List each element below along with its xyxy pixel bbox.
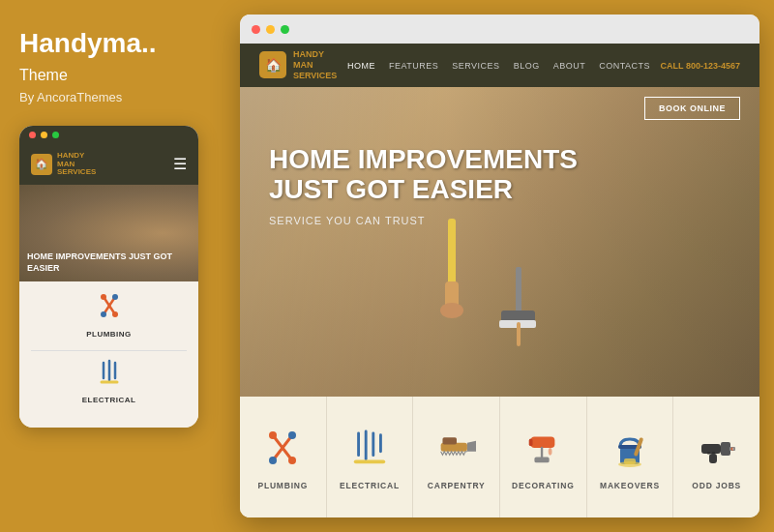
mobile-mockup: 🏠 HANDY MAN SERVICES ☰ HOME IMPROVEMENTS… xyxy=(19,126,198,428)
service-item-plumbing[interactable]: PLUMBING xyxy=(240,397,327,517)
carpentry-service-icon xyxy=(437,425,476,473)
mobile-service-plumbing-label: PLUMBING xyxy=(86,330,132,339)
mobile-top-bar xyxy=(19,126,198,144)
service-label-carpentry: CARPENTRY xyxy=(428,481,486,490)
mobile-logo: 🏠 HANDY MAN SERVICES xyxy=(31,152,96,177)
nav-link-services[interactable]: SERVICES xyxy=(452,61,499,71)
browser-nav: 🏠 HANDY MAN SERVICES HOME FEATURES SERVI… xyxy=(240,44,759,87)
browser-top-bar xyxy=(240,15,759,44)
decorating-service-icon xyxy=(523,425,562,473)
svg-rect-30 xyxy=(442,437,457,444)
nav-logo-text: HANDY MAN SERVICES xyxy=(293,49,337,80)
mobile-divider xyxy=(31,350,187,351)
mobile-hero-text: HOME IMPROVEMENTS JUST GOT EASIER xyxy=(27,251,191,274)
plumbing-service-icon xyxy=(263,425,302,473)
browser-dot-yellow xyxy=(266,25,275,34)
odd-jobs-service-icon xyxy=(698,425,736,473)
browser-dot-red xyxy=(252,25,260,34)
hero-title: HOME IMPROVEMENTS JUST GOT EASIER xyxy=(269,145,730,205)
browser-dot-green xyxy=(281,25,289,34)
svg-rect-48 xyxy=(709,454,717,463)
svg-rect-41 xyxy=(701,444,721,454)
electrical-icon xyxy=(99,359,120,392)
service-item-decorating[interactable]: DECORATING xyxy=(500,397,587,517)
browser-mockup: 🏠 HANDY MAN SERVICES HOME FEATURES SERVI… xyxy=(240,15,759,517)
plumbing-icon xyxy=(96,293,123,326)
nav-logo: 🏠 HANDY MAN SERVICES xyxy=(259,49,337,80)
service-item-odd-jobs[interactable]: ODD JOBS xyxy=(673,397,759,517)
nav-links: HOME FEATURES SERVICES BLOG ABOUT CONTAC… xyxy=(347,61,650,71)
svg-point-20 xyxy=(288,431,296,439)
svg-rect-32 xyxy=(529,438,533,446)
theme-subtitle: Theme xyxy=(19,67,213,84)
svg-point-5 xyxy=(112,311,118,317)
service-item-electrical[interactable]: ELECTRICAL xyxy=(327,397,414,517)
theme-title: Handyma.. xyxy=(19,29,213,59)
service-label-makeovers: MAKEOVERS xyxy=(600,481,660,490)
service-item-carpentry[interactable]: CARPENTRY xyxy=(413,397,500,517)
nav-link-contacts[interactable]: CONTACTS xyxy=(599,61,650,71)
svg-point-2 xyxy=(101,294,106,300)
service-label-electrical: ELECTRICAL xyxy=(340,481,400,490)
nav-link-about[interactable]: ABOUT xyxy=(553,61,586,71)
mobile-service-electrical-label: ELECTRICAL xyxy=(82,396,136,404)
services-bar: PLUMBING ELECTRICAL xyxy=(240,397,759,517)
mobile-dot-red xyxy=(29,132,36,138)
svg-point-21 xyxy=(269,457,277,464)
nav-logo-icon: 🏠 xyxy=(259,51,286,78)
svg-marker-29 xyxy=(467,440,476,451)
service-item-makeovers[interactable]: MAKEOVERS xyxy=(587,397,674,517)
service-label-plumbing: PLUMBING xyxy=(257,481,308,490)
mobile-service-electrical[interactable]: ELECTRICAL xyxy=(31,359,187,404)
left-panel: Handyma.. Theme By AncoraThemes 🏠 HANDY … xyxy=(0,0,232,532)
mobile-logo-text: HANDY MAN SERVICES xyxy=(57,152,96,177)
nav-link-home[interactable]: HOME xyxy=(347,61,375,71)
svg-rect-16 xyxy=(517,322,521,346)
mobile-dot-yellow xyxy=(41,132,47,138)
hero-subtitle: SERVICE YOU CAN TRUST xyxy=(269,215,730,226)
electrical-service-icon xyxy=(350,425,389,473)
hero-tool-right xyxy=(491,267,550,358)
mobile-header: 🏠 HANDY MAN SERVICES ☰ xyxy=(19,144,198,185)
svg-point-3 xyxy=(112,294,118,300)
mobile-logo-icon: 🏠 xyxy=(31,154,52,175)
svg-rect-31 xyxy=(531,436,555,447)
nav-link-features[interactable]: FEATURES xyxy=(389,61,438,71)
svg-point-35 xyxy=(549,448,552,456)
svg-point-4 xyxy=(101,311,106,317)
makeovers-service-icon xyxy=(610,425,649,473)
svg-point-19 xyxy=(269,431,277,439)
svg-point-12 xyxy=(440,303,463,318)
mobile-service-plumbing[interactable]: PLUMBING xyxy=(31,293,187,339)
theme-author: By AncoraThemes xyxy=(19,90,213,104)
service-label-odd-jobs: ODD JOBS xyxy=(692,481,741,490)
svg-rect-45 xyxy=(732,448,734,450)
mobile-dot-green xyxy=(52,132,59,138)
service-label-decorating: DECORATING xyxy=(512,481,575,490)
nav-link-blog[interactable]: BLOG xyxy=(514,61,540,71)
mobile-hero: HOME IMPROVEMENTS JUST GOT EASIER xyxy=(19,185,198,281)
mobile-content: PLUMBING ELECTRICAL xyxy=(19,281,198,428)
mobile-hamburger-icon[interactable]: ☰ xyxy=(173,155,187,173)
svg-rect-42 xyxy=(721,442,730,456)
nav-call: CALL 800-123-4567 xyxy=(661,61,740,71)
svg-rect-46 xyxy=(707,452,710,455)
svg-point-22 xyxy=(288,457,296,464)
svg-rect-39 xyxy=(624,458,636,464)
book-online-button[interactable]: BOOK ONLINE xyxy=(644,97,740,120)
svg-rect-34 xyxy=(535,457,550,462)
hero-section: BOOK ONLINE HOME IMPROVEMENTS JUST GOT E… xyxy=(240,87,759,397)
